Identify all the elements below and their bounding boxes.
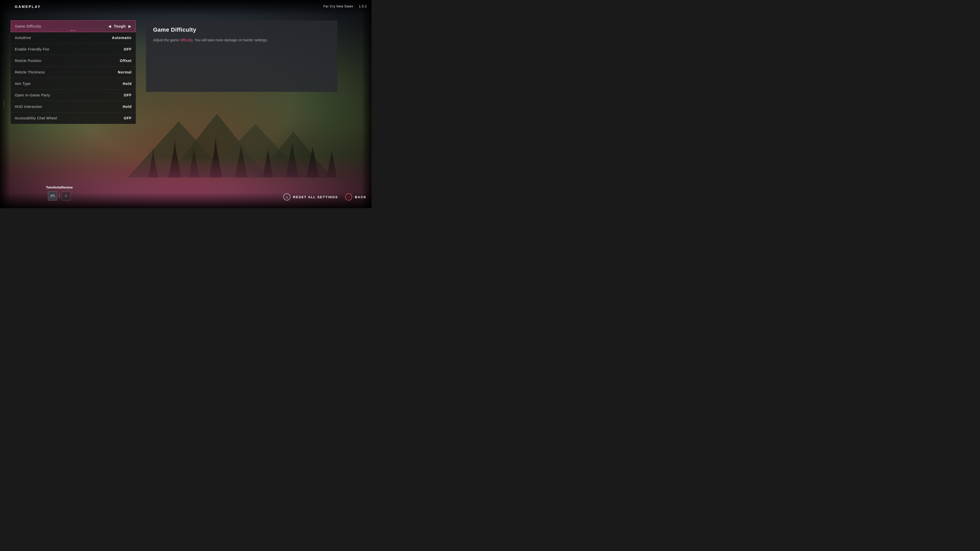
- setting-label-game-difficulty: Game Difficulty: [15, 24, 41, 28]
- add-player-button[interactable]: +: [62, 191, 71, 200]
- username-label: TwinfiniteReview: [46, 186, 73, 189]
- setting-item-autodrive[interactable]: Autodrive Automatic: [11, 32, 136, 44]
- game-title: Far Cry New Dawn: [323, 5, 353, 8]
- back-button[interactable]: ○ BACK: [345, 193, 366, 200]
- difficulty-indicator: [71, 30, 76, 31]
- dot-2: [73, 30, 74, 31]
- info-title: Game Difficulty: [153, 27, 330, 33]
- info-panel: Game Difficulty Adjust the game difficul…: [146, 21, 337, 92]
- setting-value-open-in-game-party: OFF: [124, 93, 132, 97]
- setting-value-game-difficulty: ◀ Tough ▶: [108, 24, 131, 28]
- setting-label-friendly-fire: Enable Friendly Fire: [15, 47, 49, 51]
- left-edge-decoration: [3, 100, 4, 108]
- bottom-actions: △ RESET ALL SETTINGS ○ BACK: [283, 193, 366, 200]
- edge-mark: [3, 103, 4, 103]
- edge-mark: [3, 100, 4, 101]
- setting-item-aim-type[interactable]: Aim Type Hold: [11, 78, 136, 89]
- setting-label-aim-type: Aim Type: [15, 82, 30, 86]
- edge-mark: [3, 105, 4, 106]
- setting-label-accessibility-chat-wheel: Accessibility Chat Wheel: [15, 116, 57, 120]
- description-after: . You will take more damage on harder se…: [192, 38, 268, 42]
- circle-button-icon: ○: [345, 193, 352, 200]
- setting-item-accessibility-chat-wheel[interactable]: Accessibility Chat Wheel OFF: [11, 113, 136, 124]
- setting-value-reticle-position: Offset: [120, 59, 132, 63]
- bottom-user-area: TwinfiniteReview 🎮 | +: [46, 186, 73, 200]
- setting-item-open-in-game-party[interactable]: Open In-Game Party OFF: [11, 89, 136, 101]
- setting-value-hud-interaction: Hold: [123, 105, 132, 109]
- section-label: GAMEPLAY: [15, 5, 41, 9]
- edge-mark: [3, 107, 4, 108]
- setting-value-reticle-thickness: Normal: [118, 70, 132, 74]
- setting-label-autodrive: Autodrive: [15, 36, 31, 40]
- setting-label-open-in-game-party: Open In-Game Party: [15, 93, 50, 97]
- triangle-icon-glyph: △: [286, 195, 288, 199]
- setting-label-reticle-position: Reticle Position: [15, 59, 41, 63]
- arrow-right-icon[interactable]: ▶: [128, 24, 131, 28]
- setting-item-hud-interaction[interactable]: HUD Interaction Hold: [11, 101, 136, 113]
- settings-panel: Game Difficulty ◀ Tough ▶ Autodrive Auto…: [11, 21, 136, 124]
- avatar: 🎮: [48, 191, 57, 200]
- arrow-left-icon[interactable]: ◀: [108, 24, 111, 28]
- setting-label-hud-interaction: HUD Interaction: [15, 105, 42, 109]
- difficulty-value: Tough: [114, 24, 126, 28]
- reset-all-settings-button[interactable]: △ RESET ALL SETTINGS: [283, 193, 338, 200]
- add-icon: +: [65, 194, 67, 198]
- setting-value-accessibility-chat-wheel: OFF: [124, 116, 132, 120]
- game-info: Far Cry New Dawn 1.0.2: [323, 5, 367, 8]
- setting-item-friendly-fire[interactable]: Enable Friendly Fire OFF: [11, 44, 136, 55]
- avatar-icon-glyph: 🎮: [50, 193, 56, 199]
- dot-1: [71, 30, 72, 31]
- setting-item-reticle-position[interactable]: Reticle Position Offset: [11, 55, 136, 67]
- description-highlight: difficulty: [180, 38, 192, 42]
- game-version: 1.0.2: [359, 5, 367, 8]
- dot-3: [75, 30, 76, 31]
- setting-label-reticle-thickness: Reticle Thickness: [15, 70, 45, 74]
- back-label: BACK: [355, 195, 366, 199]
- circle-icon-glyph: ○: [348, 195, 350, 199]
- info-description: Adjust the game difficulty. You will tak…: [153, 37, 330, 43]
- setting-item-game-difficulty[interactable]: Game Difficulty ◀ Tough ▶: [11, 21, 136, 32]
- setting-value-autodrive: Automatic: [112, 36, 132, 40]
- setting-item-reticle-thickness[interactable]: Reticle Thickness Normal: [11, 67, 136, 78]
- reset-label: RESET ALL SETTINGS: [293, 195, 338, 199]
- avatar-row: 🎮 | +: [48, 191, 71, 200]
- setting-value-aim-type: Hold: [123, 82, 132, 86]
- triangle-button-icon: △: [283, 193, 290, 200]
- description-before: Adjust the game: [153, 38, 180, 42]
- ui-layer: GAMEPLAY Far Cry New Dawn 1.0.2 Game Dif…: [0, 0, 372, 208]
- setting-value-friendly-fire: OFF: [124, 47, 132, 51]
- avatar-separator: |: [59, 193, 60, 199]
